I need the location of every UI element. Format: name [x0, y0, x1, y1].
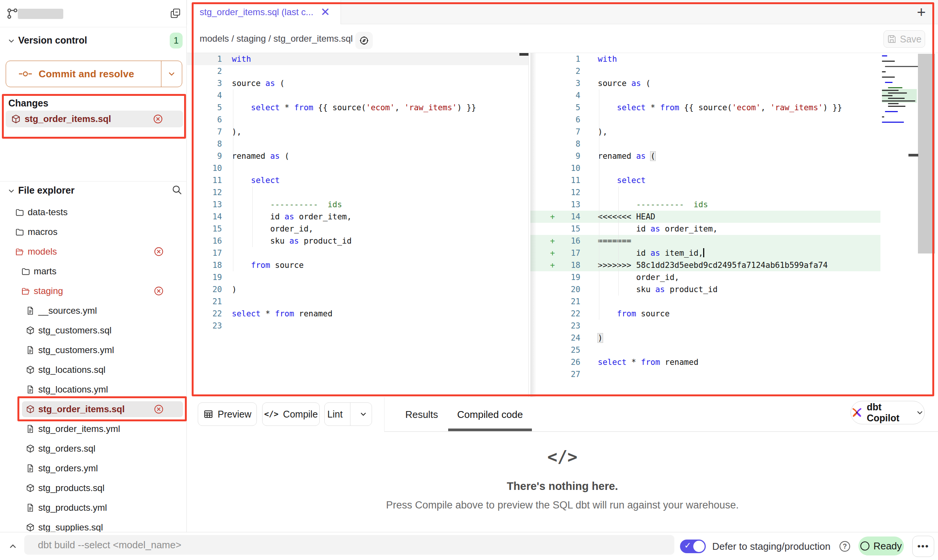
code-line-17[interactable]: +17 id as item_id,	[530, 247, 880, 259]
code-line-15[interactable]: 15 id as order_item,	[530, 223, 880, 235]
code-line-16[interactable]: 16 sku as product_id	[187, 235, 528, 247]
copy-icon[interactable]	[170, 8, 181, 19]
code-pane-current[interactable]: 1with23source as (45 select * from {{ so…	[530, 53, 880, 380]
command-input[interactable]	[24, 535, 674, 555]
tree-item-stg_customers.sql[interactable]: stg_customers.sql	[0, 321, 187, 340]
code-line-18[interactable]: 18 from source	[187, 259, 528, 271]
code-line-9[interactable]: 9renamed as (	[530, 150, 880, 162]
tab-results[interactable]: Results	[402, 397, 442, 432]
code-line-26[interactable]: 26select * from renamed	[530, 356, 880, 368]
code-line-5[interactable]: 5 select * from {{ source('ecom', 'raw_i…	[187, 102, 528, 114]
chevron-down-icon[interactable]	[7, 186, 16, 196]
code-line-3[interactable]: 3source as (	[530, 77, 880, 89]
code-line-11[interactable]: 11 select	[530, 174, 880, 186]
tree-item-__sources.yml[interactable]: __sources.yml	[0, 301, 187, 321]
compile-button[interactable]: </> Compile	[262, 402, 320, 426]
code-line-13[interactable]: 13 ---------- ids	[187, 199, 528, 211]
code-line-2[interactable]: 2	[530, 65, 880, 77]
code-line-27[interactable]: 27	[530, 368, 880, 380]
tree-item-staging[interactable]: staging	[0, 281, 187, 301]
code-line-7[interactable]: 7),	[187, 126, 528, 138]
code-line-16[interactable]: +16=======	[530, 235, 880, 247]
code-line-19[interactable]: 19	[187, 271, 528, 283]
explore-docs-button[interactable]	[355, 32, 373, 49]
tree-item-stg_customers.yml[interactable]: stg_customers.yml	[0, 340, 187, 360]
preview-button[interactable]: Preview	[198, 402, 257, 426]
tree-item-stg_products.yml[interactable]: stg_products.yml	[0, 498, 187, 518]
code-line-10[interactable]: 10	[530, 162, 880, 174]
help-icon[interactable]: ?	[840, 541, 850, 552]
code-line-3[interactable]: 3source as (	[187, 77, 528, 89]
tree-item-stg_order_items.yml[interactable]: stg_order_items.yml	[0, 419, 187, 439]
code-line-4[interactable]: 4	[187, 89, 528, 102]
code-line-13[interactable]: 13 ---------- ids	[530, 199, 880, 211]
code-line-20[interactable]: 20 sku as product_id	[530, 283, 880, 296]
code-line-19[interactable]: 19 order_id,	[530, 271, 880, 283]
code-line-6[interactable]: 6	[187, 114, 528, 126]
tree-item-stg_orders.yml[interactable]: stg_orders.yml	[0, 458, 187, 478]
tree-item-marts[interactable]: marts	[0, 261, 187, 281]
code-line-10[interactable]: 10	[187, 162, 528, 174]
code-pane-last-commit[interactable]: 1with23source as (45 select * from {{ so…	[187, 53, 528, 332]
dbt-copilot-button[interactable]: dbt Copilot	[850, 401, 925, 424]
commit-and-resolve-main[interactable]: Commit and resolve	[6, 61, 161, 87]
defer-toggle[interactable]: ✓	[680, 540, 706, 553]
editor-scrollbar[interactable]	[918, 54, 935, 253]
tree-item-stg_orders.sql[interactable]: stg_orders.sql	[0, 439, 187, 458]
lint-button[interactable]: Lint	[324, 402, 372, 426]
code-line-1[interactable]: 1with	[187, 53, 528, 65]
code-line-12[interactable]: 12	[187, 186, 528, 199]
close-tab-icon[interactable]: ✕	[320, 5, 330, 19]
code-line-21[interactable]: 21	[187, 296, 528, 308]
code-line-6[interactable]: 6	[530, 114, 880, 126]
chevron-down-icon[interactable]	[7, 36, 16, 45]
chevron-up-icon[interactable]	[8, 541, 18, 552]
discard-change-icon[interactable]	[153, 404, 164, 415]
commit-options-caret[interactable]	[161, 61, 182, 87]
code-line-25[interactable]: 25	[530, 344, 880, 356]
code-line-8[interactable]: 8	[530, 138, 880, 150]
discard-change-icon[interactable]	[153, 286, 164, 296]
code-line-23[interactable]: 23	[187, 320, 528, 332]
discard-change-icon[interactable]	[153, 114, 163, 124]
tab-compiled-code[interactable]: Compiled code	[448, 397, 532, 432]
code-line-8[interactable]: 8	[187, 138, 528, 150]
search-icon[interactable]	[171, 184, 183, 196]
code-line-4[interactable]: 4	[530, 89, 880, 102]
minimap[interactable]	[882, 55, 917, 131]
code-line-14[interactable]: 14 id as order_item,	[187, 211, 528, 223]
code-line-1[interactable]: 1with	[530, 53, 880, 65]
code-line-5[interactable]: 5 select * from {{ source('ecom', 'raw_i…	[530, 102, 880, 114]
discard-change-icon[interactable]	[153, 246, 164, 257]
ide-status-badge[interactable]: Ready	[858, 537, 904, 555]
code-line-18[interactable]: +18>>>>>>> 58c1dd23d5eebd9cd2495fa7124ab…	[530, 259, 880, 271]
changed-file-item[interactable]: stg_order_items.sql	[6, 111, 183, 127]
tree-item-stg_order_items.sql[interactable]: stg_order_items.sql	[0, 399, 187, 419]
new-tab-button[interactable]: +	[912, 3, 930, 21]
code-line-17[interactable]: 17	[187, 247, 528, 259]
code-line-9[interactable]: 9renamed as (	[187, 150, 528, 162]
tree-item-data-tests[interactable]: data-tests	[0, 202, 187, 222]
code-line-11[interactable]: 11 select	[187, 174, 528, 186]
tree-item-models[interactable]: models	[0, 242, 187, 261]
code-line-22[interactable]: 22select * from renamed	[187, 308, 528, 320]
lint-options-caret[interactable]	[355, 403, 372, 425]
code-line-21[interactable]: 21	[530, 296, 880, 308]
code-line-15[interactable]: 15 order_id,	[187, 223, 528, 235]
tab-stg-order-items[interactable]: stg_order_items.sql (last c...	[187, 0, 341, 24]
code-line-24[interactable]: 24)	[530, 332, 880, 344]
code-line-23[interactable]: 23	[530, 320, 880, 332]
more-options-button[interactable]: •••	[912, 536, 934, 557]
code-line-7[interactable]: 7),	[530, 126, 880, 138]
code-line-12[interactable]: 12	[530, 186, 880, 199]
commit-and-resolve-button[interactable]: Commit and resolve	[6, 61, 182, 87]
tree-item-stg_products.sql[interactable]: stg_products.sql	[0, 478, 187, 498]
tree-item-macros[interactable]: macros	[0, 222, 187, 242]
save-button[interactable]: Save	[883, 30, 925, 48]
tree-item-stg_locations.yml[interactable]: stg_locations.yml	[0, 380, 187, 399]
code-line-2[interactable]: 2	[187, 65, 528, 77]
left-pane-scrollbar-thumb[interactable]	[519, 53, 528, 56]
tree-item-stg_locations.sql[interactable]: stg_locations.sql	[0, 360, 187, 380]
lint-label[interactable]: Lint	[325, 409, 345, 420]
editor-scrollbar-handle[interactable]	[908, 154, 918, 156]
